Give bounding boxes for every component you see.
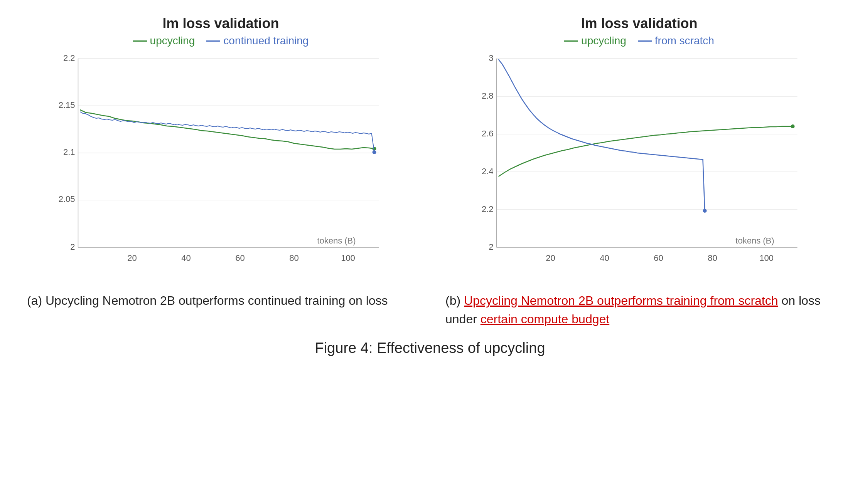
svg-text:40: 40: [600, 253, 609, 263]
caption-b: (b) Upcycling Nemotron 2B outperforms tr…: [442, 291, 837, 328]
charts-row: lm loss validation upcycling continued t…: [23, 15, 837, 276]
chart2-title: lm loss validation: [581, 15, 697, 32]
svg-text:2: 2: [489, 242, 493, 252]
svg-point-20: [373, 150, 376, 154]
svg-rect-21: [497, 59, 798, 247]
caption-b-highlighted2: certain compute budget: [481, 312, 609, 326]
chart1-legend-continued: continued training: [206, 35, 309, 47]
figure-caption: Figure 4: Effectiveness of upcycling: [315, 340, 545, 356]
upcycling2-line-icon: [564, 40, 578, 42]
chart2-container: lm loss validation upcycling from scratc…: [442, 15, 837, 276]
svg-text:60: 60: [235, 253, 245, 263]
svg-text:2.8: 2.8: [482, 91, 494, 101]
chart1-svg: 2.2 2.15 2.1 2.05 2 20 40 60 80 100 toke…: [23, 51, 418, 274]
svg-text:2.4: 2.4: [482, 166, 494, 176]
chart2-legend-scratch: from scratch: [638, 35, 714, 47]
svg-text:2: 2: [70, 242, 75, 252]
svg-text:3: 3: [489, 53, 493, 63]
svg-text:40: 40: [181, 253, 191, 263]
svg-text:100: 100: [759, 253, 774, 263]
svg-text:2.2: 2.2: [482, 204, 494, 214]
svg-text:60: 60: [654, 253, 663, 263]
svg-point-43: [703, 209, 707, 213]
chart2-legend: upcycling from scratch: [564, 35, 714, 47]
chart2-legend-scratch-label: from scratch: [655, 35, 714, 47]
continued-line-icon: [206, 40, 220, 42]
svg-text:100: 100: [341, 253, 355, 263]
svg-text:tokens (B): tokens (B): [735, 236, 774, 245]
chart1-legend-upcycling: upcycling: [133, 35, 195, 47]
svg-text:20: 20: [546, 253, 555, 263]
scratch-line-icon: [638, 40, 652, 42]
svg-text:2.6: 2.6: [482, 129, 494, 138]
svg-text:80: 80: [708, 253, 717, 263]
svg-text:2.05: 2.05: [59, 194, 75, 204]
chart2-legend-upcycling-label: upcycling: [581, 35, 626, 47]
svg-text:2.1: 2.1: [63, 147, 75, 157]
chart1-title: lm loss validation: [162, 15, 279, 32]
svg-text:tokens (B): tokens (B): [317, 236, 356, 245]
chart1-legend: upcycling continued training: [133, 35, 309, 47]
svg-text:2.2: 2.2: [63, 53, 75, 63]
chart1-container: lm loss validation upcycling continued t…: [23, 15, 418, 276]
chart1-legend-continued-label: continued training: [223, 35, 309, 47]
chart1-area: 2.2 2.15 2.1 2.05 2 20 40 60 80 100 toke…: [23, 51, 418, 276]
upcycling-line-icon: [133, 40, 147, 42]
chart2-svg: 3 2.8 2.6 2.4 2.2 2 20 40 60 80 100 toke…: [442, 51, 837, 274]
caption-a-text: (a) Upcycling Nemotron 2B outperforms co…: [27, 294, 388, 307]
svg-text:20: 20: [127, 253, 137, 263]
svg-point-42: [791, 124, 795, 128]
caption-b-highlighted: Upcycling Nemotron 2B outperforms traini…: [464, 294, 778, 307]
svg-text:2.15: 2.15: [59, 100, 75, 110]
caption-a: (a) Upcycling Nemotron 2B outperforms co…: [23, 291, 418, 328]
svg-text:80: 80: [289, 253, 298, 263]
chart1-legend-upcycling-label: upcycling: [150, 35, 195, 47]
chart2-area: 3 2.8 2.6 2.4 2.2 2 20 40 60 80 100 toke…: [442, 51, 837, 276]
caption-b-prefix: (b): [445, 294, 464, 307]
chart2-legend-upcycling: upcycling: [564, 35, 626, 47]
captions-row: (a) Upcycling Nemotron 2B outperforms co…: [23, 291, 837, 328]
